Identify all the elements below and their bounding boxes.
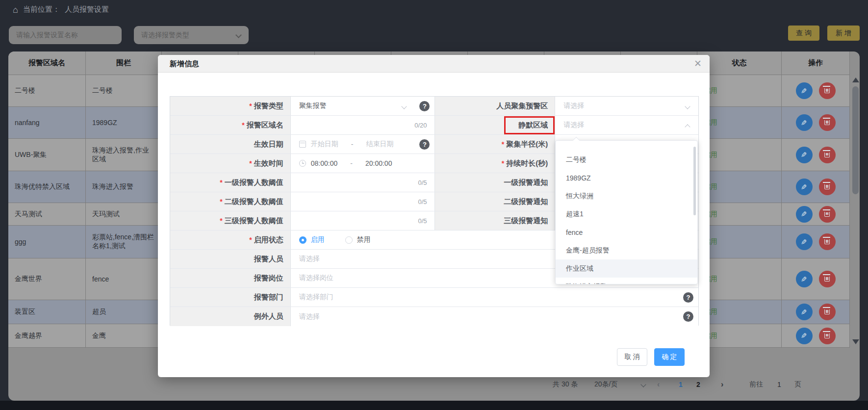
cell-operations: ✎: [782, 300, 850, 324]
dropdown-option-恒大绿洲[interactable]: 恒大绿洲: [556, 187, 697, 205]
required-asterisk: *: [242, 121, 244, 129]
cell-status: 启用: [697, 75, 782, 107]
form-label-text: 三级报警人数阈值: [225, 216, 283, 226]
cell-status: 启用: [697, 171, 782, 203]
dropdown-option-超速1[interactable]: 超速1: [556, 205, 697, 223]
dropdown-option-作业区域[interactable]: 作业区域: [556, 259, 697, 278]
close-icon[interactable]: ✕: [694, 59, 702, 68]
home-icon[interactable]: ⌂: [13, 5, 18, 14]
scrollbar-down-icon[interactable]: [852, 339, 859, 344]
form-field-报警类型[interactable]: 聚集报警?: [291, 97, 435, 115]
edit-button[interactable]: ✎: [796, 304, 813, 320]
cell-fence: 彩票站,fence,漕围栏名称1,测试: [86, 226, 162, 258]
radio-启用[interactable]: 启用: [299, 235, 325, 244]
form-label-一级报警通知: 一级报警通知: [435, 173, 555, 192]
delete-button[interactable]: [819, 179, 836, 195]
form-field-人员聚集预警区[interactable]: 请选择: [555, 97, 698, 115]
cell-status: 启用: [697, 107, 782, 139]
edit-button[interactable]: ✎: [796, 271, 813, 287]
required-asterisk: *: [249, 102, 252, 110]
table-header-cell: 状态: [697, 51, 782, 75]
edit-button[interactable]: ✎: [796, 233, 813, 250]
page-1-button[interactable]: 1: [674, 378, 688, 391]
edit-button[interactable]: ✎: [796, 206, 813, 223]
form-label-聚集半径(米): *聚集半径(米): [435, 135, 555, 154]
next-page-button[interactable]: ›: [721, 378, 723, 391]
delete-button[interactable]: [819, 304, 836, 320]
form-field-报警部门[interactable]: 请选择部门?: [291, 288, 698, 307]
placeholder-text: 请选择: [299, 312, 320, 321]
dropdown-option-二号楼[interactable]: 二号楼: [556, 151, 697, 169]
query-button[interactable]: 查询: [788, 26, 819, 41]
table-header-cell: 围栏: [86, 51, 162, 75]
form-row: 报警部门请选择部门?: [170, 288, 698, 307]
alarm-type-placeholder: 请选择报警类型: [141, 31, 189, 39]
trash-icon: [824, 88, 830, 93]
form-label-text: 报警人员: [254, 255, 283, 264]
form-field-三级报警人数阈值[interactable]: 0/5: [291, 211, 435, 230]
form-field-例外人员[interactable]: 请选择?: [291, 307, 698, 326]
required-asterisk: *: [220, 217, 222, 225]
form-label-二级报警人数阈值: *二级报警人数阈值: [170, 192, 291, 211]
edit-button[interactable]: ✎: [796, 82, 813, 99]
edit-button[interactable]: ✎: [796, 147, 813, 163]
page-2-button[interactable]: 2: [691, 378, 705, 391]
table-scrollbar[interactable]: [852, 86, 859, 194]
edit-button[interactable]: ✎: [796, 114, 813, 131]
delete-button[interactable]: [819, 82, 836, 99]
required-asterisk: *: [249, 236, 252, 244]
help-icon[interactable]: ?: [683, 292, 693, 303]
form-label-text: 报警部门: [254, 293, 283, 302]
prev-page-button[interactable]: ‹: [657, 378, 660, 391]
form-field-生效日期[interactable]: 开始日期-结束日期?: [291, 135, 435, 154]
placeholder-text: 请选择: [299, 255, 320, 263]
dropdown-option-珠海进入报警[interactable]: 珠海进入报警: [556, 278, 697, 284]
page-size-select[interactable]: 20条/页: [594, 378, 637, 391]
alarm-name-input[interactable]: 请输入报警设置名称: [9, 26, 122, 44]
delete-button[interactable]: [819, 271, 836, 287]
help-icon[interactable]: ?: [419, 139, 430, 150]
pencil-icon: ✎: [801, 151, 807, 158]
form-label-text: 聚集半径(米): [506, 140, 548, 149]
cell-area-name: nanfang: [8, 107, 86, 139]
radio-禁用[interactable]: 禁用: [345, 235, 371, 244]
add-button[interactable]: 新增: [827, 26, 860, 41]
breadcrumb-prefix: 当前位置：: [23, 5, 60, 14]
form-label-持续时长(秒): *持续时长(秒): [435, 154, 555, 173]
form-field-报警区域名[interactable]: 0/20: [291, 116, 435, 134]
dropdown-scrollbar[interactable]: [693, 147, 696, 215]
edit-button[interactable]: ✎: [796, 328, 813, 344]
form-field-二级报警人数阈值[interactable]: 0/5: [291, 192, 435, 211]
edit-button[interactable]: ✎: [796, 179, 813, 195]
goto-page-input[interactable]: 1: [773, 378, 786, 391]
form-label-text: 报警类型: [254, 102, 283, 111]
silent-area-dropdown: 二号楼1989GZ恒大绿洲超速1fence金鹰-超员报警作业区域珠海进入报警: [555, 140, 698, 284]
dropdown-option-1989GZ[interactable]: 1989GZ: [556, 169, 697, 187]
required-asterisk: *: [220, 198, 222, 205]
form-label-二级报警通知: 二级报警通知: [435, 192, 555, 211]
dropdown-option-fence[interactable]: fence: [556, 223, 697, 241]
delete-button[interactable]: [819, 114, 836, 131]
delete-button[interactable]: [819, 233, 836, 250]
form-row: *报警区域名0/20静默区域请选择: [170, 116, 698, 135]
goto-unit: 页: [794, 378, 801, 391]
delete-button[interactable]: [819, 147, 836, 163]
scrollbar-up-icon[interactable]: [852, 77, 859, 82]
dash: -: [350, 159, 353, 167]
dropdown-option-金鹰-超员报警[interactable]: 金鹰-超员报警: [556, 241, 697, 259]
form-field-静默区域[interactable]: 请选择: [555, 116, 698, 134]
cell-area-name: 二号楼: [8, 75, 86, 107]
help-icon[interactable]: ?: [683, 311, 693, 322]
form-field-一级报警人数阈值[interactable]: 0/5: [291, 173, 435, 192]
delete-button[interactable]: [819, 206, 836, 223]
radio-label: 禁用: [357, 235, 371, 244]
confirm-button[interactable]: 确定: [654, 348, 685, 366]
form-label-报警人员: 报警人员: [170, 250, 291, 268]
alarm-type-select[interactable]: 请选择报警类型: [134, 26, 249, 44]
help-icon[interactable]: ?: [419, 101, 430, 111]
cell-status: 启用: [697, 324, 782, 348]
cell-operations: ✎: [782, 203, 850, 226]
delete-button[interactable]: [819, 328, 836, 344]
form-field-生效时间[interactable]: 08:00:00-20:00:00: [291, 154, 435, 173]
cancel-button[interactable]: 取消: [617, 348, 647, 366]
